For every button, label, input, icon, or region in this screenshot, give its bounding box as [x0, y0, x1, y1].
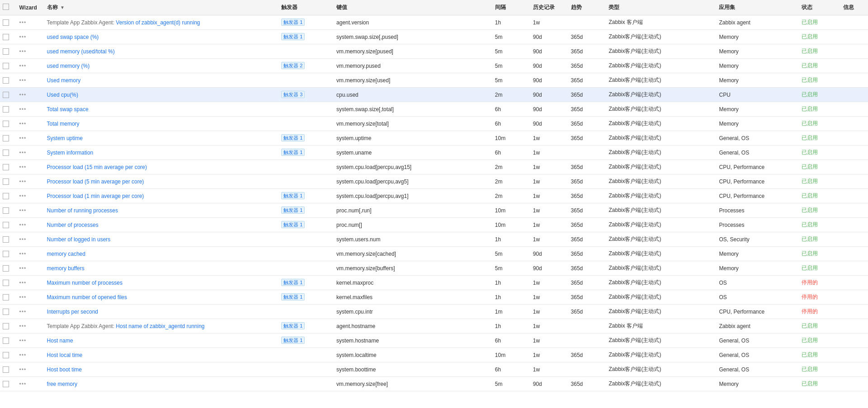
row-name-link[interactable]: memory cached	[47, 251, 85, 257]
row-name-link[interactable]: System uptime	[47, 135, 83, 141]
trigger-badge[interactable]: 触发器 1	[281, 206, 305, 214]
row-checkbox[interactable]	[3, 236, 9, 243]
row-name-link[interactable]: Host boot time	[47, 366, 82, 373]
row-name-link[interactable]: used memory (%)	[47, 63, 90, 69]
status-badge[interactable]: 已启用	[802, 192, 818, 199]
row-wizard-dots[interactable]: •••	[19, 265, 27, 272]
row-checkbox[interactable]	[3, 63, 9, 69]
row-wizard-dots[interactable]: •••	[19, 280, 27, 286]
trigger-badge[interactable]: 触发器 1	[281, 19, 305, 26]
row-name-link[interactable]: Processor load (5 min average per core)	[47, 178, 144, 185]
row-checkbox[interactable]	[3, 135, 9, 141]
row-wizard-dots[interactable]: •••	[19, 178, 27, 185]
status-badge[interactable]: 已启用	[802, 250, 818, 257]
row-wizard-dots[interactable]: •••	[19, 135, 27, 141]
row-checkbox[interactable]	[3, 121, 9, 127]
row-checkbox[interactable]	[3, 251, 9, 257]
row-checkbox[interactable]	[3, 352, 9, 358]
row-wizard-dots[interactable]: •••	[19, 92, 27, 98]
row-checkbox[interactable]	[3, 77, 9, 84]
row-name-link[interactable]: free memory	[47, 381, 77, 387]
row-name-link[interactable]: Interrupts per second	[47, 309, 98, 315]
row-wizard-dots[interactable]: •••	[19, 366, 27, 373]
status-badge[interactable]: 已启用	[802, 178, 818, 184]
row-wizard-dots[interactable]: •••	[19, 309, 27, 315]
status-badge[interactable]: 已启用	[802, 164, 818, 170]
row-name-link[interactable]: Maximum number of opened files	[47, 294, 127, 300]
row-checkbox[interactable]	[3, 207, 9, 214]
row-name-link[interactable]: Processor load (1 min average per core)	[47, 193, 144, 199]
select-all-checkbox[interactable]	[3, 4, 9, 10]
trigger-badge[interactable]: 触发器 1	[281, 33, 305, 40]
row-name-link[interactable]: used swap space (%)	[47, 34, 99, 40]
row-name-link[interactable]: Used cpu(%)	[47, 92, 78, 98]
status-badge[interactable]: 已启用	[802, 236, 818, 242]
row-name-link[interactable]: System information	[47, 150, 94, 156]
status-badge[interactable]: 已启用	[802, 366, 818, 372]
row-checkbox[interactable]	[3, 34, 9, 40]
row-wizard-dots[interactable]: •••	[19, 381, 27, 387]
trigger-badge[interactable]: 触发器 2	[281, 62, 305, 69]
row-checkbox[interactable]	[3, 106, 9, 113]
trigger-badge[interactable]: 触发器 1	[281, 337, 305, 344]
row-wizard-dots[interactable]: •••	[19, 338, 27, 344]
status-badge[interactable]: 停用的	[802, 294, 818, 300]
trigger-badge[interactable]: 触发器 1	[281, 293, 305, 300]
status-badge[interactable]: 已启用	[802, 380, 818, 387]
row-checkbox[interactable]	[3, 92, 9, 98]
status-badge[interactable]: 已启用	[802, 135, 818, 141]
status-badge[interactable]: 已启用	[802, 323, 818, 329]
trigger-badge[interactable]: 触发器 1	[281, 322, 305, 329]
status-badge[interactable]: 已启用	[802, 91, 818, 98]
row-checkbox[interactable]	[3, 193, 9, 199]
status-badge[interactable]: 已启用	[802, 149, 818, 155]
trigger-badge[interactable]: 触发器 1	[281, 134, 305, 141]
row-checkbox[interactable]	[3, 222, 9, 228]
row-name-link[interactable]: Number of processes	[47, 222, 99, 228]
row-wizard-dots[interactable]: •••	[19, 19, 27, 26]
row-wizard-dots[interactable]: •••	[19, 222, 27, 228]
status-badge[interactable]: 停用的	[802, 279, 818, 286]
trigger-badge[interactable]: 触发器 1	[281, 192, 305, 199]
status-badge[interactable]: 已启用	[802, 352, 818, 358]
row-name-link[interactable]: Maximum number of processes	[47, 280, 123, 286]
status-badge[interactable]: 已启用	[802, 19, 818, 25]
row-name-link[interactable]: Host local time	[47, 352, 83, 358]
row-checkbox[interactable]	[3, 19, 9, 26]
row-name-link[interactable]: Total memory	[47, 121, 80, 127]
row-wizard-dots[interactable]: •••	[19, 323, 27, 329]
row-name-link[interactable]: Host name	[47, 338, 73, 344]
status-badge[interactable]: 已启用	[802, 265, 818, 271]
status-badge[interactable]: 已启用	[802, 106, 818, 112]
status-badge[interactable]: 已启用	[802, 77, 818, 83]
trigger-badge[interactable]: 触发器 1	[281, 279, 305, 286]
row-wizard-dots[interactable]: •••	[19, 236, 27, 243]
row-checkbox[interactable]	[3, 265, 9, 272]
row-checkbox[interactable]	[3, 309, 9, 315]
row-checkbox[interactable]	[3, 294, 9, 300]
row-name-link[interactable]: Template App Zabbix Agent: Version of za…	[47, 19, 200, 26]
header-name[interactable]: 名称 ▼	[44, 0, 279, 15]
row-checkbox[interactable]	[3, 338, 9, 344]
row-checkbox[interactable]	[3, 150, 9, 156]
row-checkbox[interactable]	[3, 323, 9, 329]
row-wizard-dots[interactable]: •••	[19, 121, 27, 127]
row-checkbox[interactable]	[3, 381, 9, 387]
row-name-link[interactable]: Template App Zabbix Agent: Host name of …	[47, 323, 205, 329]
row-wizard-dots[interactable]: •••	[19, 150, 27, 156]
row-wizard-dots[interactable]: •••	[19, 294, 27, 300]
row-name-link[interactable]: Total swap space	[47, 106, 89, 113]
row-name-link[interactable]: memory buffers	[47, 265, 85, 272]
row-name-link[interactable]: Number of running processes	[47, 207, 118, 214]
row-wizard-dots[interactable]: •••	[19, 207, 27, 214]
row-checkbox[interactable]	[3, 48, 9, 55]
row-wizard-dots[interactable]: •••	[19, 48, 27, 55]
table-scroll-container[interactable]: Wizard 名称 ▼ 触发器 键值 间隔	[0, 0, 868, 408]
row-wizard-dots[interactable]: •••	[19, 63, 27, 69]
status-badge[interactable]: 已启用	[802, 120, 818, 127]
status-badge[interactable]: 停用的	[802, 308, 818, 314]
trigger-badge[interactable]: 触发器 1	[281, 221, 305, 228]
row-wizard-dots[interactable]: •••	[19, 352, 27, 358]
row-wizard-dots[interactable]: •••	[19, 193, 27, 199]
status-badge[interactable]: 已启用	[802, 207, 818, 213]
